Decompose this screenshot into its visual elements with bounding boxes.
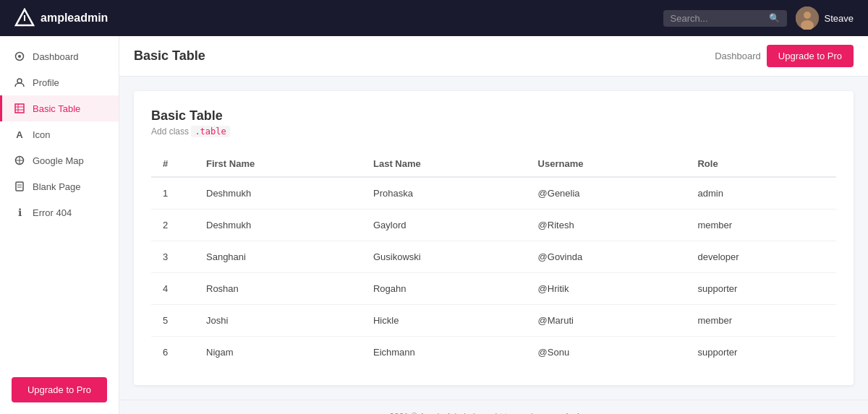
data-table: # First Name Last Name Username Role 1 D… <box>151 151 836 368</box>
table-header-row: # First Name Last Name Username Role <box>151 151 836 177</box>
sidebar-label-blank-page: Blank Page <box>33 181 81 192</box>
svg-point-7 <box>17 79 22 83</box>
breadcrumb-area: Dashboard Upgrade to Pro <box>715 45 854 67</box>
cell-last-name: Hickle <box>362 305 527 337</box>
content-header: Basic Table Dashboard Upgrade to Pro <box>119 36 868 77</box>
table-head: # First Name Last Name Username Role <box>151 151 836 177</box>
icon-icon: A <box>14 129 25 140</box>
svg-point-3 <box>804 12 811 19</box>
map-icon <box>14 155 25 166</box>
user-area[interactable]: Steave <box>796 7 854 30</box>
col-header-num: # <box>151 151 195 177</box>
sidebar-label-profile: Profile <box>33 77 59 88</box>
sidebar-label-basic-table: Basic Table <box>33 103 80 114</box>
avatar <box>796 7 819 30</box>
cell-last-name: Rogahn <box>362 273 527 305</box>
sidebar-upgrade-button[interactable]: Upgrade to Pro <box>12 377 107 402</box>
cell-num: 6 <box>151 337 195 368</box>
error-icon: ℹ <box>14 207 25 218</box>
cell-last-name: Eichmann <box>362 337 527 368</box>
cell-num: 1 <box>151 177 195 210</box>
cell-username: @Sonu <box>527 337 686 368</box>
col-header-first-name: First Name <box>195 151 362 177</box>
page-title: Basic Table <box>134 48 205 64</box>
cell-first-name: Nigam <box>195 337 362 368</box>
svg-rect-15 <box>16 182 23 191</box>
cell-num: 5 <box>151 305 195 337</box>
profile-icon <box>14 77 25 88</box>
sidebar-label-icon: Icon <box>33 129 51 140</box>
cell-role: member <box>686 305 836 337</box>
sidebar-item-basic-table[interactable]: Basic Table <box>0 95 119 121</box>
dashboard-icon <box>14 51 25 62</box>
blank-page-icon <box>14 181 25 192</box>
table-row: 1 Deshmukh Prohaska @Genelia admin <box>151 177 836 210</box>
logo-text: ampleadmin <box>41 12 108 25</box>
sidebar-label-dashboard: Dashboard <box>33 51 79 62</box>
logo-icon <box>14 8 35 28</box>
col-header-last-name: Last Name <box>362 151 527 177</box>
main-content: Basic Table Dashboard Upgrade to Pro Bas… <box>119 36 868 414</box>
cell-num: 4 <box>151 273 195 305</box>
table-icon <box>14 103 25 114</box>
table-row: 4 Roshan Rogahn @Hritik supporter <box>151 273 836 305</box>
app-wrapper: ampleadmin 🔍 Steave <box>0 0 868 414</box>
sidebar-item-google-map[interactable]: Google Map <box>0 147 119 173</box>
search-input[interactable] <box>671 13 765 24</box>
cell-last-name: Prohaska <box>362 177 527 210</box>
table-card: Basic Table Add class .table # First Nam… <box>134 91 854 385</box>
search-box[interactable]: 🔍 <box>663 10 787 27</box>
logo-area: ampleadmin <box>14 8 108 28</box>
cell-role: admin <box>686 177 836 210</box>
sidebar-upgrade: Upgrade to Pro <box>0 366 119 414</box>
footer: 2021 © Ample Admin brought to you by wra… <box>119 400 868 414</box>
breadcrumb-link: Dashboard <box>715 51 761 61</box>
svg-rect-8 <box>15 104 24 113</box>
table-row: 5 Joshi Hickle @Maruti member <box>151 305 836 337</box>
header-upgrade-button[interactable]: Upgrade to Pro <box>767 45 854 67</box>
svg-point-6 <box>18 55 21 58</box>
cell-role: supporter <box>686 337 836 368</box>
top-nav: ampleadmin 🔍 Steave <box>0 0 868 36</box>
sidebar-item-dashboard[interactable]: Dashboard <box>0 43 119 69</box>
user-name: Steave <box>825 13 854 24</box>
sidebar-label-error-404: Error 404 <box>33 207 72 218</box>
table-body: 1 Deshmukh Prohaska @Genelia admin 2 Des… <box>151 177 836 368</box>
cell-username: @Hritik <box>527 273 686 305</box>
cell-role: member <box>686 210 836 241</box>
cell-num: 2 <box>151 210 195 241</box>
cell-username: @Ritesh <box>527 210 686 241</box>
col-header-role: Role <box>686 151 836 177</box>
cell-username: @Genelia <box>527 177 686 210</box>
table-row: 3 Sanghani Gusikowski @Govinda developer <box>151 241 836 273</box>
cell-role: developer <box>686 241 836 273</box>
cell-first-name: Deshmukh <box>195 177 362 210</box>
cell-first-name: Roshan <box>195 273 362 305</box>
cell-username: @Govinda <box>527 241 686 273</box>
search-icon: 🔍 <box>769 13 780 23</box>
col-header-username: Username <box>527 151 686 177</box>
sidebar-item-icon[interactable]: A Icon <box>0 121 119 147</box>
cell-first-name: Sanghani <box>195 241 362 273</box>
content-body: Basic Table Add class .table # First Nam… <box>119 77 868 400</box>
card-subtitle: Add class .table <box>151 126 836 137</box>
cell-last-name: Gaylord <box>362 210 527 241</box>
table-row: 6 Nigam Eichmann @Sonu supporter <box>151 337 836 368</box>
sidebar-item-blank-page[interactable]: Blank Page <box>0 173 119 199</box>
sidebar-item-profile[interactable]: Profile <box>0 69 119 95</box>
cell-first-name: Deshmukh <box>195 210 362 241</box>
main-area: Dashboard Profile Basic Table A Icon <box>0 36 868 414</box>
cell-num: 3 <box>151 241 195 273</box>
cell-first-name: Joshi <box>195 305 362 337</box>
card-title: Basic Table <box>151 108 836 124</box>
cell-last-name: Gusikowski <box>362 241 527 273</box>
sidebar-nav: Dashboard Profile Basic Table A Icon <box>0 36 119 233</box>
cell-role: supporter <box>686 273 836 305</box>
cell-username: @Maruti <box>527 305 686 337</box>
sidebar: Dashboard Profile Basic Table A Icon <box>0 36 119 414</box>
avatar-svg <box>796 7 819 30</box>
table-row: 2 Deshmukh Gaylord @Ritesh member <box>151 210 836 241</box>
sidebar-item-error-404[interactable]: ℹ Error 404 <box>0 199 119 225</box>
sidebar-label-google-map: Google Map <box>33 155 84 166</box>
nav-right: 🔍 Steave <box>663 7 854 30</box>
